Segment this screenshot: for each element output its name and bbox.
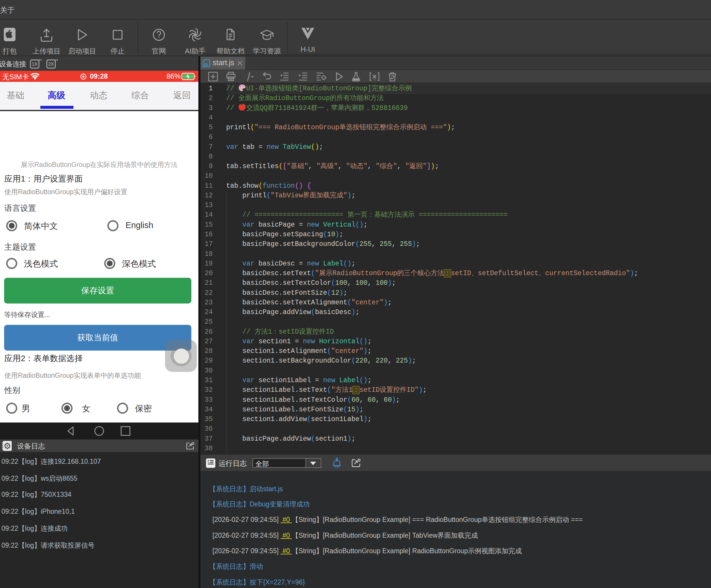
svg-text:1X: 1X <box>32 62 38 67</box>
svg-text:JS: JS <box>204 63 208 66</box>
svg-text:*: * <box>250 75 254 82</box>
svg-text:2X: 2X <box>48 62 54 67</box>
